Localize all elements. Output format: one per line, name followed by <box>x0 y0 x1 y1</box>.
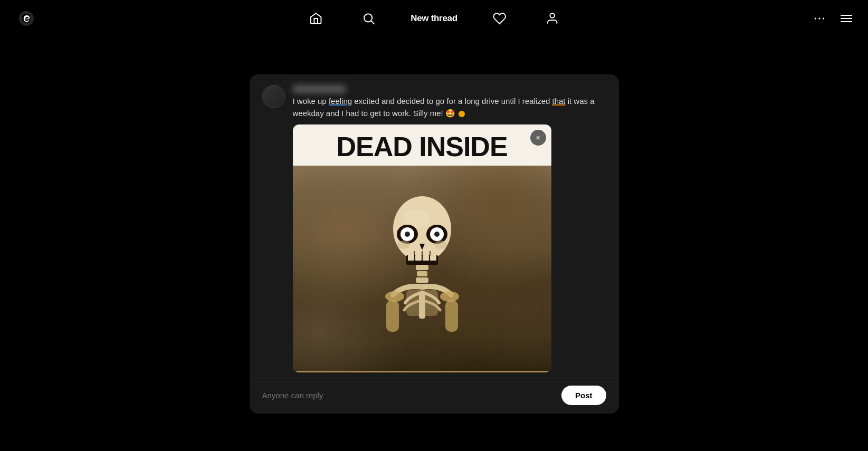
modal-footer: Anyone can reply Post <box>250 378 619 414</box>
text-part2: excited and decided to go for a long dri… <box>352 97 552 105</box>
home-nav-item[interactable] <box>305 8 326 29</box>
svg-rect-21 <box>408 255 414 261</box>
main-content: I woke up feeling excited and decided to… <box>0 0 868 451</box>
svg-point-11 <box>405 232 410 237</box>
svg-rect-27 <box>416 277 428 283</box>
threads-logo[interactable] <box>16 8 37 29</box>
text-part1: I woke up <box>293 97 329 105</box>
page-title: New thread <box>411 13 457 24</box>
svg-rect-23 <box>423 255 429 261</box>
skeleton-scene <box>293 166 551 371</box>
svg-rect-33 <box>386 300 399 332</box>
svg-point-13 <box>434 232 440 237</box>
likes-nav-item[interactable] <box>489 8 510 29</box>
close-image-button[interactable]: × <box>530 130 546 146</box>
svg-point-4 <box>818 17 820 19</box>
svg-rect-24 <box>430 255 436 261</box>
svg-point-3 <box>815 17 816 19</box>
more-options-button[interactable] <box>809 8 830 29</box>
navbar-center: New thread <box>305 8 563 29</box>
dead-inside-image: DEAD INSIDE <box>293 124 551 372</box>
svg-point-0 <box>364 14 372 22</box>
image-title: DEAD INSIDE <box>293 124 551 166</box>
svg-point-5 <box>823 17 824 19</box>
reply-hint: Anyone can reply <box>262 391 323 400</box>
svg-rect-30 <box>419 291 425 319</box>
post-button[interactable]: Post <box>561 386 606 405</box>
text-feeling: feeling <box>329 97 352 105</box>
text-that: that <box>552 97 565 105</box>
svg-point-31 <box>385 291 404 302</box>
profile-nav-item[interactable] <box>542 8 563 29</box>
navbar-left <box>16 8 37 29</box>
svg-point-2 <box>550 13 555 18</box>
svg-rect-26 <box>417 271 427 276</box>
hamburger-menu[interactable] <box>841 15 852 22</box>
image-attachment: × DEAD INSIDE <box>293 124 551 372</box>
thread-body: I woke up feeling excited and decided to… <box>293 85 606 372</box>
svg-rect-34 <box>445 300 458 332</box>
skeleton-figure <box>364 181 480 356</box>
svg-rect-22 <box>415 255 422 261</box>
navbar: New thread <box>0 0 868 37</box>
status-dot <box>459 111 465 117</box>
search-nav-item[interactable] <box>358 8 379 29</box>
modal-scroll-area[interactable]: I woke up feeling excited and decided to… <box>250 74 619 378</box>
new-thread-modal: I woke up feeling excited and decided to… <box>250 74 619 414</box>
svg-point-15 <box>434 241 447 249</box>
svg-line-1 <box>371 21 374 24</box>
avatar <box>262 85 285 108</box>
avatar-image <box>262 85 285 108</box>
svg-point-14 <box>397 241 410 249</box>
svg-point-32 <box>440 291 459 302</box>
svg-rect-25 <box>416 265 428 270</box>
thread-text: I woke up feeling excited and decided to… <box>293 95 606 119</box>
thread-username <box>293 85 346 93</box>
navbar-right <box>809 8 852 29</box>
thread-row: I woke up feeling excited and decided to… <box>262 85 606 372</box>
